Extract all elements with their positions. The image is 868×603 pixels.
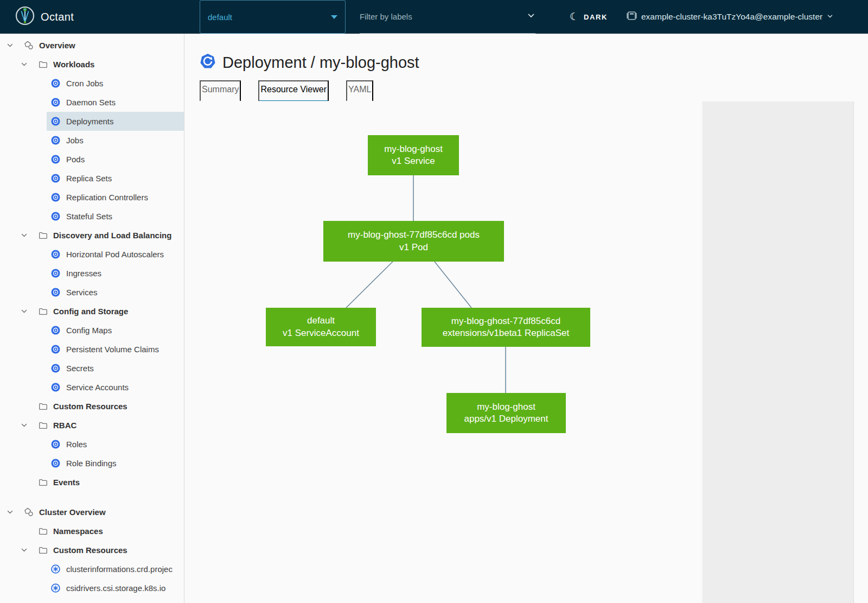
graph-node-serviceaccount[interactable]: default v1 ServiceAccount: [266, 308, 376, 346]
sidebar-item-rbac[interactable]: RBAC: [0, 416, 184, 435]
crd-icon: [50, 583, 60, 593]
sidebar-item-label: Ingresses: [66, 269, 101, 278]
sidebar-item-label: Role Bindings: [66, 459, 117, 468]
node-name: my-blog-ghost: [477, 401, 535, 413]
chevron-down-icon[interactable]: [527, 11, 535, 22]
deployments-icon: [50, 117, 60, 126]
sidebar-item-label: Deployments: [66, 117, 114, 126]
sidebar-item-overview[interactable]: Overview: [0, 36, 184, 55]
sidebar-item-persistent-volume-claims[interactable]: Persistent Volume Claims: [0, 340, 184, 359]
caret-down-icon[interactable]: [20, 60, 28, 69]
sidebar-item-jobs[interactable]: Jobs: [0, 131, 184, 150]
node-kind: extensions/v1beta1 ReplicaSet: [443, 327, 569, 339]
sidebar-item-replication-controllers[interactable]: Replication Controllers: [0, 188, 184, 207]
sidebar-item-label: Namespaces: [53, 526, 103, 536]
tab-yaml[interactable]: YAML: [346, 80, 373, 102]
sidebar-item-roles[interactable]: Roles: [0, 435, 184, 454]
sidebar-item-pods[interactable]: Pods: [0, 150, 184, 169]
sidebar-item-services[interactable]: Services: [0, 283, 184, 302]
node-kind: v1 Service: [392, 155, 435, 167]
sidebar-item-cluster-overview[interactable]: Cluster Overview: [0, 503, 184, 522]
replication-controllers-icon: [50, 193, 60, 202]
theme-toggle-label: DARK: [584, 13, 608, 21]
graph-node-replicaset[interactable]: my-blog-ghost-77df85c6cd extensions/v1be…: [422, 308, 590, 347]
navigation-sidebar: OverviewWorkloadsCron JobsDaemon SetsDep…: [0, 34, 184, 603]
sidebar-spacer: [0, 492, 184, 503]
sidebar-item-workloads[interactable]: Workloads: [0, 55, 184, 74]
sidebar-item-csidrivers-csi-storage-k8s-io[interactable]: csidrivers.csi.storage.k8s.io: [0, 579, 184, 598]
sidebar-item-role-bindings[interactable]: Role Bindings: [0, 454, 184, 473]
graph-node-service[interactable]: my-blog-ghost v1 Service: [368, 135, 459, 175]
tab-resource-viewer[interactable]: Resource Viewer: [258, 80, 329, 102]
sidebar-item-service-accounts[interactable]: Service Accounts: [0, 378, 184, 397]
sidebar-item-label: Services: [66, 288, 98, 297]
sidebar-item-secrets[interactable]: Secrets: [0, 359, 184, 378]
caret-down-icon[interactable]: [20, 231, 28, 240]
sidebar-item-label: Daemon Sets: [66, 98, 116, 107]
folder-icon: [38, 421, 48, 430]
graph-node-deployment[interactable]: my-blog-ghost apps/v1 Deployment: [446, 393, 566, 433]
sidebar-item-label: Discovery and Load Balancing: [53, 231, 171, 240]
sidebar-item-config-and-storage[interactable]: Config and Storage: [0, 302, 184, 321]
secrets-icon: [50, 364, 60, 373]
sidebar-item-deployments[interactable]: Deployments: [0, 112, 184, 131]
stateful-sets-icon: [50, 212, 60, 221]
node-kind: v1 ServiceAccount: [283, 327, 359, 339]
sidebar-item-cron-jobs[interactable]: Cron Jobs: [0, 74, 184, 93]
pods-icon: [50, 155, 60, 164]
sidebar-item-discovery-and-load-balancing[interactable]: Discovery and Load Balancing: [0, 226, 184, 245]
header-bar: Octant default ☾ DARK: [0, 0, 868, 34]
sidebar-item-label: Persistent Volume Claims: [66, 345, 159, 354]
viewer-side-panel: [702, 101, 854, 603]
service-accounts-icon: [50, 383, 60, 392]
sidebar-item-label: Service Accounts: [66, 383, 129, 392]
graph-node-pods[interactable]: my-blog-ghost-77df85c6cd pods v1 Pod: [323, 221, 504, 262]
page-title-row: Deployment / my-blog-ghost: [200, 53, 868, 72]
sidebar-item-label: RBAC: [53, 421, 76, 430]
namespace-dropdown[interactable]: default: [200, 0, 346, 34]
sidebar-item-daemon-sets[interactable]: Daemon Sets: [0, 93, 184, 112]
sidebar-item-namespaces[interactable]: Namespaces: [0, 522, 184, 541]
label-filter-input[interactable]: [360, 12, 527, 21]
roles-icon: [50, 440, 60, 449]
sidebar-item-stateful-sets[interactable]: Stateful Sets: [0, 207, 184, 226]
sidebar-item-clusterinformations-crd-projec[interactable]: clusterinformations.crd.projec: [0, 560, 184, 579]
caret-down-icon[interactable]: [5, 41, 14, 50]
services-icon: [50, 288, 60, 297]
caret-down-icon[interactable]: [5, 508, 14, 517]
sidebar-item-replica-sets[interactable]: Replica Sets: [0, 169, 184, 188]
sidebar-item-label: Horizontal Pod Autoscalers: [66, 250, 164, 259]
sidebar-item-label: Cron Jobs: [66, 79, 103, 88]
app-title: Octant: [41, 11, 74, 23]
objects-icon: [24, 41, 34, 50]
brand: Octant: [15, 0, 74, 34]
cluster-icon: [627, 11, 637, 22]
objects-icon: [24, 507, 34, 517]
namespace-dropdown-value: default: [208, 12, 331, 22]
sidebar-item-ingresses[interactable]: Ingresses: [0, 264, 184, 283]
tab-summary[interactable]: Summary: [200, 80, 241, 102]
node-name: my-blog-ghost: [384, 143, 443, 155]
sidebar-item-label: clusterinformations.crd.projec: [66, 564, 173, 574]
sidebar-item-label: Custom Resources: [53, 402, 127, 411]
deployment-icon: [200, 53, 216, 72]
node-name: my-blog-ghost-77df85c6cd: [451, 315, 560, 327]
sidebar-item-events[interactable]: Events: [0, 473, 184, 492]
octant-logo-icon: [15, 6, 35, 28]
moon-icon: ☾: [570, 11, 579, 22]
caret-down-icon[interactable]: [20, 546, 28, 555]
main-content: Deployment / my-blog-ghost Summary Resou…: [185, 34, 868, 603]
sidebar-item-custom-resources[interactable]: Custom Resources: [0, 541, 184, 560]
node-kind: v1 Pod: [399, 242, 428, 253]
sidebar-item-label: Roles: [66, 440, 87, 449]
sidebar-item-horizontal-pod-autoscalers[interactable]: Horizontal Pod Autoscalers: [0, 245, 184, 264]
sidebar-item-label: Pods: [66, 155, 85, 164]
ingresses-icon: [50, 269, 60, 278]
sidebar-item-custom-resources[interactable]: Custom Resources: [0, 397, 184, 416]
cluster-context-selector[interactable]: example-cluster-ka3TuTzYo4a@example-clus…: [627, 0, 833, 34]
theme-toggle[interactable]: ☾ DARK: [570, 0, 608, 34]
tab-bar: Summary Resource Viewer YAML: [200, 80, 853, 102]
caret-down-icon[interactable]: [20, 421, 28, 430]
sidebar-item-config-maps[interactable]: Config Maps: [0, 321, 184, 340]
caret-down-icon[interactable]: [20, 307, 28, 316]
